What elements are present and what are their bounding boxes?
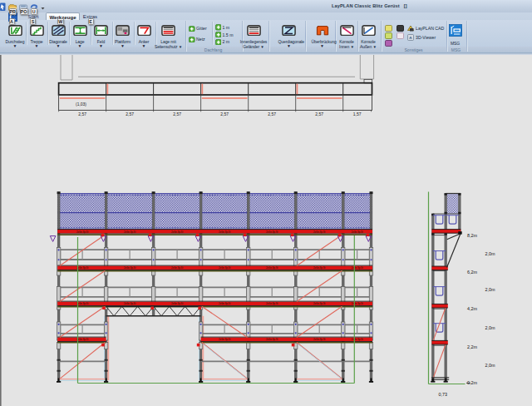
svg-text:2xGe.Sp.St: 2xGe.Sp.St xyxy=(313,302,326,305)
svg-text:2xGe.Sp.St: 2xGe.Sp.St xyxy=(171,266,184,270)
svg-text:2xGe.Sp.St: 2xGe.Sp.St xyxy=(76,338,89,341)
svg-text:2xGe.Sp.St: 2xGe.Sp.St xyxy=(351,266,363,270)
svg-text:2xGe.Sp.St: 2xGe.Sp.St xyxy=(219,230,231,234)
svg-text:2xGe.Sp.St: 2xGe.Sp.St xyxy=(313,338,326,341)
svg-text:2xGe.Sp.St: 2xGe.Sp.St xyxy=(124,230,136,234)
svg-text:1,57: 1,57 xyxy=(353,111,362,116)
svg-text:2xGe.Sp.St: 2xGe.Sp.St xyxy=(266,302,278,305)
svg-text:(1,03): (1,03) xyxy=(76,102,86,106)
svg-text:2xGe.Sp.St: 2xGe.Sp.St xyxy=(124,302,136,305)
svg-text:2,57: 2,57 xyxy=(315,111,323,116)
svg-text:2,57: 2,57 xyxy=(78,111,86,116)
svg-text:2,57: 2,57 xyxy=(126,111,134,116)
svg-text:2,57: 2,57 xyxy=(268,111,276,116)
svg-text:6,2m: 6,2m xyxy=(467,270,477,275)
svg-text:2xGe.Sp.St: 2xGe.Sp.St xyxy=(171,302,184,305)
svg-text:2xGe.Sp.St: 2xGe.Sp.St xyxy=(76,302,89,305)
svg-text:8,2m: 8,2m xyxy=(467,233,477,238)
svg-text:0,73: 0,73 xyxy=(439,392,448,397)
svg-text:2xGe.Sp.St: 2xGe.Sp.St xyxy=(76,266,89,270)
svg-text:2,2m: 2,2m xyxy=(467,344,477,349)
svg-text:2xGe.Sp.St: 2xGe.Sp.St xyxy=(351,230,363,234)
svg-text:2xGe.Sp.St: 2xGe.Sp.St xyxy=(351,302,363,305)
svg-text:2,0m: 2,0m xyxy=(485,363,495,368)
svg-text:2xGe.Sp.St: 2xGe.Sp.St xyxy=(219,266,231,270)
svg-text:4,2m: 4,2m xyxy=(467,306,477,311)
svg-text:2xGe.Sp.St: 2xGe.Sp.St xyxy=(219,302,231,305)
svg-text:2xGe.Sp.St: 2xGe.Sp.St xyxy=(76,230,89,234)
svg-text:2,57: 2,57 xyxy=(220,111,229,116)
svg-text:2,0m: 2,0m xyxy=(485,251,495,256)
svg-text:2,0m: 2,0m xyxy=(485,287,495,292)
svg-text:2xGe.Sp.St: 2xGe.Sp.St xyxy=(266,266,278,270)
svg-text:2xGe.Sp.St: 2xGe.Sp.St xyxy=(313,266,326,270)
svg-text:2xGe.Sp.St: 2xGe.Sp.St xyxy=(351,338,363,341)
svg-text:2xGe.Sp.St: 2xGe.Sp.St xyxy=(124,266,136,270)
svg-text:2xGe.Sp.St: 2xGe.Sp.St xyxy=(266,338,278,341)
svg-text:2xGe.Sp.St: 2xGe.Sp.St xyxy=(171,230,184,234)
svg-text:2,57: 2,57 xyxy=(173,111,181,116)
svg-text:2xGe.Sp.St: 2xGe.Sp.St xyxy=(313,230,326,234)
svg-text:2xGe.Sp.St: 2xGe.Sp.St xyxy=(266,230,278,234)
svg-text:2xGe.Sp.St: 2xGe.Sp.St xyxy=(219,338,231,341)
svg-text:2,0m: 2,0m xyxy=(485,325,495,330)
